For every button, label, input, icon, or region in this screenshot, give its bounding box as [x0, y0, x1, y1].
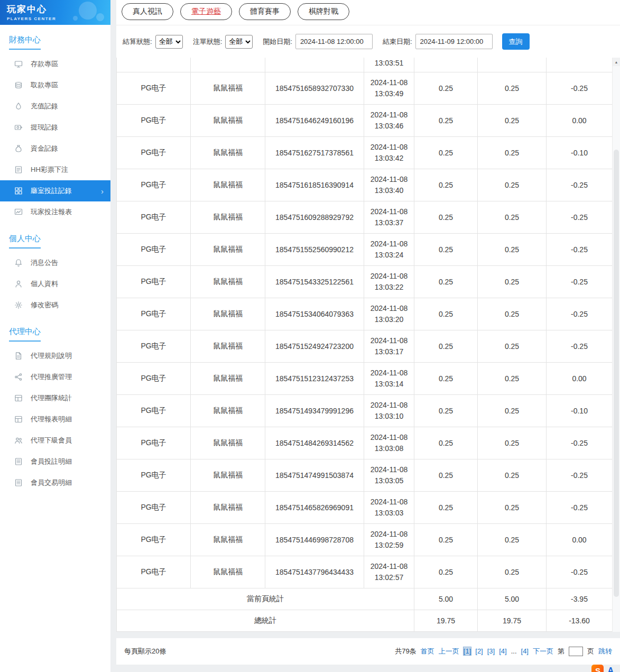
cell-platform: PG电子 [117, 394, 191, 427]
cell-platform: PG电子 [117, 72, 191, 104]
table-row: PG电子鼠鼠福福18547515340640793632024-11-0813:… [117, 298, 613, 330]
cell-platform: PG电子 [117, 104, 191, 136]
sogou-ime-icon[interactable]: S [591, 665, 604, 672]
page-size-text: 每頁顯示20條 [124, 647, 166, 656]
cell-datetime: 2024-11-0813:03:49 [364, 72, 414, 104]
funds-icon [14, 144, 23, 153]
page-jump-input[interactable] [569, 647, 583, 656]
cell-valid-bet: 0.25 [478, 362, 547, 394]
cell-valid-bet: 0.25 [478, 556, 547, 588]
table-row: PG电子鼠鼠福福18547515249247232002024-11-0813:… [117, 330, 613, 362]
page-number-link[interactable]: [1] [464, 647, 471, 655]
cell-game: 鼠鼠福福 [191, 104, 265, 136]
cell-platform [117, 58, 191, 72]
sidebar-item[interactable]: 資金記錄 [0, 138, 110, 159]
sidebar-item[interactable]: 廳室投註記錄› [0, 180, 110, 201]
summary-row: 總統計19.7519.75-13.60 [117, 610, 613, 631]
cell-valid-bet: 0.25 [478, 330, 547, 362]
sidebar-item-label: 代理團隊統計 [31, 393, 72, 403]
ime-indicator: S A [591, 665, 614, 672]
pagination: 共79条 首页 上一页 [1][2][3][4] ... [4] 下一页 第 页… [395, 647, 612, 656]
sidebar-item[interactable]: HH彩票下注 [0, 159, 110, 180]
bell-icon [14, 259, 23, 267]
sidebar-section-title: 代理中心 [0, 317, 110, 342]
sidebar-item[interactable]: 消息公告 [0, 252, 110, 273]
settle-status-select[interactable]: 全部 [155, 35, 183, 49]
cell-order-number: 1854751446998728708 [265, 523, 364, 556]
page-number-link[interactable]: [3] [487, 647, 495, 655]
sidebar-item[interactable]: 取款專區 [0, 75, 110, 96]
report-icon [14, 208, 23, 216]
header-decoration-circle [79, 2, 97, 20]
cell-game: 鼠鼠福福 [191, 459, 265, 491]
cell-order-number [265, 58, 364, 72]
cell-game: 鼠鼠福福 [191, 169, 265, 201]
cell-bet-amount: 0.25 [414, 427, 478, 459]
cell-datetime: 2024-11-0813:03:08 [364, 427, 414, 459]
sidebar-item[interactable]: 玩家投注報表 [0, 201, 110, 223]
game-category-tab[interactable]: 電子遊藝 [180, 3, 232, 20]
sidebar-item[interactable]: 修改密碼 [0, 294, 110, 316]
cell-datetime: 2024-11-0813:03:42 [364, 136, 414, 169]
sidebar-item[interactable]: 代理團隊統計 [0, 388, 110, 409]
sidebar-item-label: 資金記錄 [31, 144, 58, 153]
game-category-tab[interactable]: 體育賽事 [239, 3, 291, 20]
scrollbar-thumb[interactable] [614, 150, 619, 597]
sidebar-item-label: 代理下級會員 [31, 436, 72, 445]
cell-order-number: 1854751658932707330 [265, 72, 364, 104]
sidebar-item-label: 存款專區 [31, 59, 58, 69]
first-page-link[interactable]: 首页 [421, 647, 434, 656]
table-row: PG电子鼠鼠福福18547516275173785612024-11-0813:… [117, 136, 613, 169]
prev-page-link[interactable]: 上一页 [439, 647, 459, 656]
cell-profit: 0.00 [547, 104, 613, 136]
cell-datetime: 2024-11-0813:02:59 [364, 523, 414, 556]
table-row: PG电子鼠鼠福福18547514469987287082024-11-0813:… [117, 523, 613, 556]
sidebar-item-label: 代理規則說明 [31, 351, 72, 361]
start-date-input[interactable] [295, 34, 373, 49]
table-row: PG电子鼠鼠福福18547514377964344332024-11-0813:… [117, 556, 613, 588]
order-status-label: 注單狀態: [193, 37, 223, 47]
cell-bet-amount [414, 58, 478, 72]
scrollbar-up-arrow-icon[interactable]: ▲ [613, 58, 620, 66]
sidebar-item[interactable]: 代理推廣管理 [0, 366, 110, 388]
cell-order-number: 1854751524924723200 [265, 330, 364, 362]
cell-datetime: 2024-11-0813:03:24 [364, 233, 414, 265]
sidebar-section-title: 個人中心 [0, 224, 110, 248]
sidebar-item[interactable]: 提現記錄 [0, 117, 110, 138]
game-category-tab[interactable]: 真人視訊 [122, 3, 173, 20]
sidebar-item[interactable]: 充值記錄 [0, 96, 110, 117]
table-scrollbar[interactable]: ▲ [612, 58, 620, 632]
game-category-tab[interactable]: 棋牌對戰 [298, 3, 349, 20]
cell-platform: PG电子 [117, 523, 191, 556]
page-number-link[interactable]: [2] [475, 647, 483, 655]
cell-bet-amount: 0.25 [414, 265, 478, 298]
cell-platform: PG电子 [117, 427, 191, 459]
sidebar-item[interactable]: 會員交易明細 [0, 472, 110, 493]
sidebar-item[interactable]: 會員投註明細 [0, 451, 110, 472]
total-count-text: 共79条 [395, 647, 416, 656]
order-status-select[interactable]: 全部 [225, 35, 253, 49]
tail-page-link[interactable]: [4] [521, 647, 529, 655]
sidebar-item[interactable]: 個人資料 [0, 273, 110, 294]
next-page-link[interactable]: 下一页 [533, 647, 553, 656]
ime-mode-indicator[interactable]: A [607, 665, 614, 672]
cell-order-number: 1854751534064079363 [265, 298, 364, 330]
sidebar-item[interactable]: 代理規則說明 [0, 345, 110, 366]
cell-game: 鼠鼠福福 [191, 265, 265, 298]
end-date-label: 結束日期: [383, 37, 412, 47]
jump-button[interactable]: 跳转 [598, 647, 612, 656]
cell-bet-amount: 0.25 [414, 201, 478, 233]
cell-datetime: 2024-11-0813:03:37 [364, 201, 414, 233]
table-row: PG电子鼠鼠福福18547515123124372532024-11-0813:… [117, 362, 613, 394]
page-number-link[interactable]: [4] [499, 647, 506, 655]
game-category-tabs: 真人視訊電子遊藝體育賽事棋牌對戰 [116, 0, 620, 25]
end-date-input[interactable] [415, 34, 493, 49]
deposit-icon [14, 60, 23, 68]
search-button[interactable]: 查詢 [502, 33, 530, 50]
sidebar-item[interactable]: 存款專區 [0, 53, 110, 75]
sidebar-item[interactable]: 代理報表明細 [0, 409, 110, 430]
cell-platform: PG电子 [117, 491, 191, 523]
cell-order-number: 1854751437796434433 [265, 556, 364, 588]
gear-icon [14, 301, 23, 309]
sidebar-item[interactable]: 代理下級會員 [0, 430, 110, 451]
